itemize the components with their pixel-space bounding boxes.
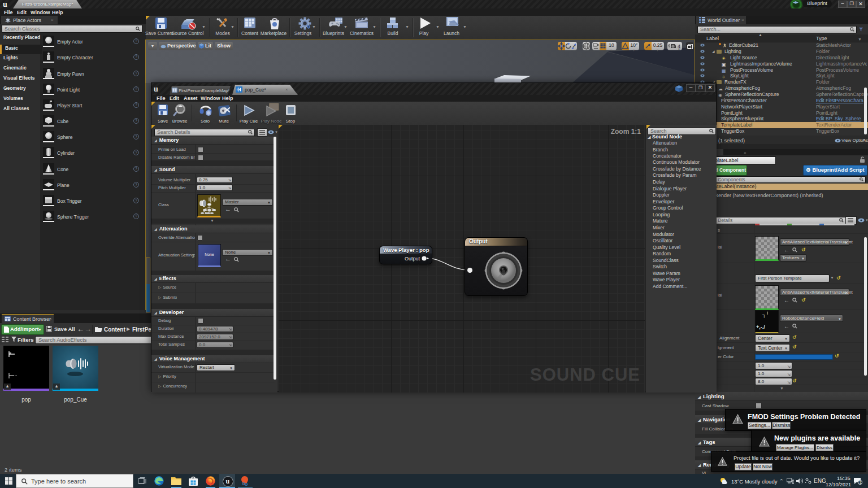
svg-text:1: 1	[860, 481, 862, 485]
svg-text:▾: ▾	[678, 47, 680, 50]
